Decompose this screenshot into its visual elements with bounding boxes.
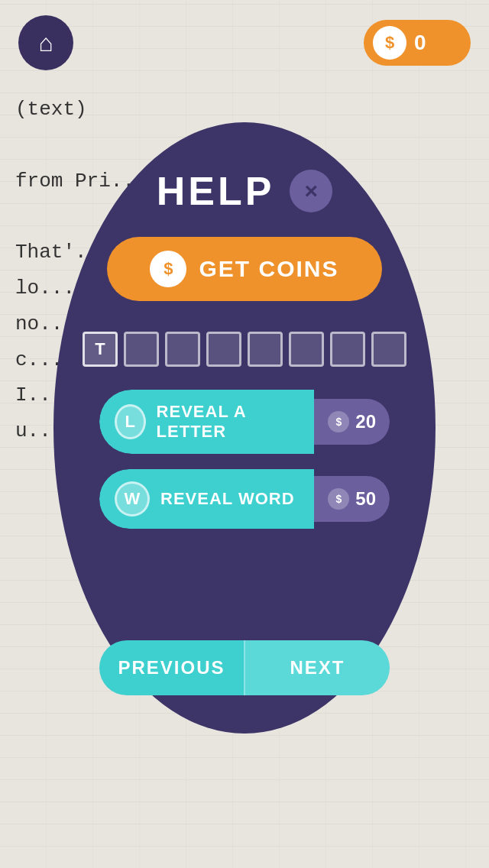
- cost-coin-icon: $: [328, 411, 349, 432]
- reveal-letter-cost: $ 20: [314, 399, 390, 445]
- reveal-word-button[interactable]: W REVEAL WORD $ 50: [99, 469, 390, 529]
- word-tiles: T: [83, 332, 406, 367]
- close-icon: ×: [305, 178, 319, 204]
- get-coins-button[interactable]: $ GET COINS: [107, 237, 382, 301]
- word-cost-icon: $: [328, 488, 349, 510]
- tile-3: [206, 332, 241, 367]
- tile-7: [371, 332, 406, 367]
- reveal-letter-label: REVEAL A LETTER: [157, 402, 300, 442]
- modal-title: HELP: [157, 168, 275, 214]
- reveal-word-label: REVEAL WORD: [160, 489, 295, 509]
- get-coins-icon: $: [150, 251, 186, 287]
- previous-label: PREVIOUS: [118, 657, 225, 678]
- letter-icon: L: [115, 404, 146, 439]
- tile-5: [289, 332, 324, 367]
- next-button[interactable]: NEXT: [245, 640, 390, 695]
- reveal-word-cost-value: 50: [355, 488, 376, 510]
- reveal-letter-main: L REVEAL A LETTER: [99, 390, 314, 454]
- tile-1: [124, 332, 159, 367]
- next-label: NEXT: [290, 657, 345, 678]
- get-coins-label: GET COINS: [199, 256, 338, 282]
- help-modal: HELP × $ GET COINS T: [53, 122, 436, 734]
- modal-overlay: HELP × $ GET COINS T: [0, 0, 489, 868]
- tile-0: T: [83, 332, 118, 367]
- tile-6: [330, 332, 365, 367]
- close-button[interactable]: ×: [290, 170, 332, 212]
- previous-button[interactable]: PREVIOUS: [99, 640, 245, 695]
- reveal-word-main: W REVEAL WORD: [99, 469, 314, 529]
- navigation-buttons: PREVIOUS NEXT: [99, 640, 390, 695]
- tile-2: [165, 332, 200, 367]
- word-icon: W: [115, 481, 150, 517]
- reveal-letter-cost-value: 20: [355, 411, 376, 432]
- tile-4: [248, 332, 283, 367]
- reveal-word-cost: $ 50: [314, 476, 390, 522]
- modal-header: HELP ×: [157, 168, 333, 214]
- dollar-icon: $: [164, 259, 173, 279]
- reveal-letter-button[interactable]: L REVEAL A LETTER $ 20: [99, 390, 390, 454]
